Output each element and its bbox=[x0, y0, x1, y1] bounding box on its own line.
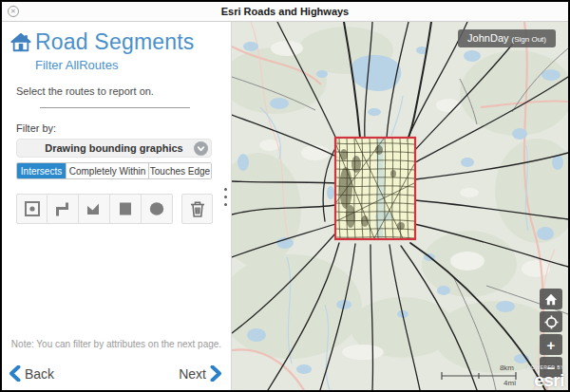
point-tool-button[interactable] bbox=[16, 194, 48, 224]
polyline-icon bbox=[53, 199, 72, 218]
filter-panel: Road Segments Filter AllRoutes Select th… bbox=[2, 22, 232, 390]
home-house-icon bbox=[10, 32, 31, 53]
polyline-tool-button[interactable] bbox=[48, 194, 79, 224]
circle-tool-button[interactable] bbox=[142, 194, 173, 224]
user-name: JohnDay bbox=[467, 32, 508, 44]
title-bar: ✕ Esri Roads and Highways bbox=[2, 2, 568, 22]
tab-completely-within[interactable]: Completely Within bbox=[66, 163, 148, 178]
signout-label: (Sign Out) bbox=[512, 35, 546, 44]
dropdown-selected-value: Drawing bounding graphics bbox=[45, 142, 182, 154]
user-signout-button[interactable]: JohnDay (Sign Out) bbox=[458, 29, 556, 47]
page-subtitle: Filter AllRoutes bbox=[35, 58, 231, 72]
home-icon bbox=[544, 293, 558, 306]
rectangle-tool-button[interactable] bbox=[110, 194, 142, 224]
divider bbox=[40, 107, 190, 108]
map-canvas[interactable]: 8km 4mi JohnDay (Sign Out) bbox=[232, 22, 568, 390]
trash-icon bbox=[188, 199, 207, 218]
esri-logo[interactable]: POWERED BY esri bbox=[527, 365, 564, 389]
point-icon bbox=[23, 199, 42, 218]
note-text: Note: You can filter by attributes on th… bbox=[2, 339, 231, 349]
app-window: ✕ Esri Roads and Highways Road Segments … bbox=[0, 0, 570, 392]
panel-resize-handle[interactable] bbox=[220, 185, 230, 208]
next-button[interactable]: Next bbox=[175, 365, 222, 382]
instruction-text: Select the routes to report on. bbox=[16, 85, 231, 97]
next-label: Next bbox=[179, 366, 206, 382]
tab-intersects[interactable]: Intersects bbox=[17, 163, 66, 178]
spatial-filter-tabs: Intersects Completely Within Touches Edg… bbox=[16, 162, 212, 179]
window-title: Esri Roads and Highways bbox=[2, 6, 568, 17]
handle-dot bbox=[224, 188, 227, 191]
scale-mi-label: 4mi bbox=[504, 379, 516, 387]
draw-tool-group bbox=[16, 194, 173, 224]
handle-dot bbox=[224, 196, 227, 198]
chevron-left-icon bbox=[9, 365, 21, 382]
chevron-right-icon bbox=[210, 365, 222, 382]
circle-icon bbox=[147, 199, 166, 218]
trash-button[interactable] bbox=[181, 194, 213, 224]
back-label: Back bbox=[25, 366, 54, 382]
handle-dot bbox=[224, 203, 227, 206]
zoom-in-button[interactable]: + bbox=[540, 334, 562, 355]
locate-button[interactable] bbox=[540, 311, 562, 332]
rectangle-icon bbox=[116, 199, 135, 218]
polygon-tool-button[interactable] bbox=[79, 194, 110, 224]
page-title: Road Segments bbox=[35, 29, 195, 55]
scale-km-label: 8km bbox=[500, 364, 514, 372]
tab-touches-edge[interactable]: Touches Edge bbox=[148, 163, 211, 178]
filter-method-dropdown[interactable]: Drawing bounding graphics bbox=[16, 139, 212, 158]
back-button[interactable]: Back bbox=[9, 365, 58, 382]
polygon-icon bbox=[85, 199, 104, 218]
home-button[interactable] bbox=[540, 289, 562, 309]
locate-icon bbox=[544, 315, 559, 329]
filter-by-label: Filter by: bbox=[16, 122, 231, 134]
plus-icon: + bbox=[547, 338, 556, 352]
chevron-down-icon[interactable] bbox=[194, 141, 208, 156]
basemap-svg: 8km 4mi bbox=[232, 22, 568, 390]
esri-brand-label: esri bbox=[534, 370, 564, 390]
